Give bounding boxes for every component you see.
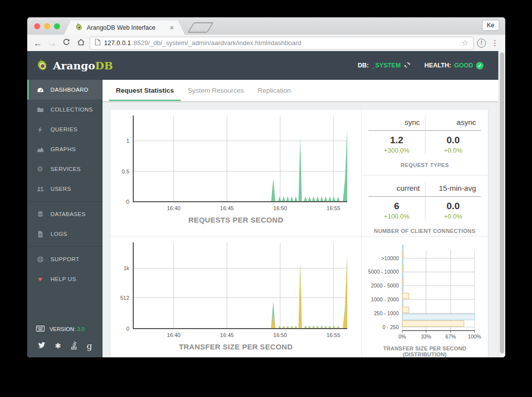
app-header: ArangoDB DB: _SYSTEM HEALTH: GOOD ✓: [27, 51, 505, 80]
db-value: _SYSTEM: [372, 62, 401, 69]
request-types-block: sync async 1.2 +300.0% 0.0 +0.0%: [362, 110, 488, 175]
chart-title: TRANSFER SIZE PER SECOND (DISTRIBUTION): [362, 345, 488, 357]
sidebar-item-label: DATABASES: [51, 211, 86, 217]
transfer-distribution-chart: 0%33%67%100%>100005000 - 100002000 - 500…: [362, 236, 488, 357]
home-icon[interactable]: [75, 38, 86, 48]
stat-caption: REQUEST TYPES: [369, 162, 481, 168]
version-value: 3.0: [77, 326, 85, 332]
url-bar[interactable]: 127.0.0.1:8529/_db/_system/_admin/aardva…: [90, 37, 474, 50]
svg-text:1000 - 2000: 1000 - 2000: [371, 296, 399, 302]
client-connections-block: current 15-min-avg 6 +100.0% 0.0 +0.0%: [362, 175, 488, 236]
svg-text:0: 0: [126, 326, 129, 332]
main-area: Request Statistics System Resources Repl…: [103, 80, 505, 357]
new-tab-button[interactable]: [187, 22, 213, 33]
page-icon: [95, 39, 101, 47]
tab-system-resources[interactable]: System Resources: [181, 80, 251, 101]
chart-title: TRANSFER SIZE PER SECOND: [110, 342, 361, 351]
stat-15-min-avg: 0.0 +0.0%: [425, 197, 481, 220]
transfer-distribution-plot: 0%33%67%100%>100005000 - 100002000 - 500…: [362, 242, 488, 340]
browser-tabstrip: ArangoDB Web Interface × Ke: [27, 17, 505, 35]
bookmark-star-icon[interactable]: ☆: [462, 38, 469, 48]
url-path: :8529/_db/_system/_admin/aardvark/index.…: [132, 39, 301, 47]
stat-delta: +300.0%: [369, 147, 425, 154]
reload-icon[interactable]: [61, 38, 72, 48]
dashboard-panel: 00.5116:4016:4516:5016:55 REQUESTS PER S…: [110, 109, 488, 357]
twitter-icon[interactable]: [38, 342, 46, 350]
svg-text:0%: 0%: [398, 334, 406, 340]
database-icon: [36, 211, 44, 218]
tab-replication[interactable]: Replication: [251, 80, 298, 101]
transfer-size-plot: 05121k16:4016:4516:5016:55: [110, 236, 361, 340]
stat-delta: +0.0%: [426, 213, 481, 220]
refresh-icon[interactable]: [404, 61, 411, 70]
svg-text:16:55: 16:55: [326, 332, 340, 338]
sidebar-item-queries[interactable]: QUERIES: [27, 119, 103, 139]
check-circle-icon: ✓: [476, 62, 483, 69]
svg-text:0.5: 0.5: [122, 169, 129, 174]
version-row: VERSION: 3.0: [27, 326, 103, 333]
version-label: VERSION: 3.0: [50, 326, 85, 332]
svg-text:100%: 100%: [468, 334, 481, 340]
stat-caption: NUMBER OF CLIENT CONNECTIONS: [369, 228, 481, 234]
tab-close-icon[interactable]: ×: [170, 24, 174, 31]
svg-text:16:55: 16:55: [326, 205, 340, 211]
close-window-button[interactable]: [34, 23, 40, 29]
stackoverflow-icon[interactable]: [70, 341, 77, 351]
sidebar-item-services[interactable]: ⚙ SERVICES: [27, 159, 103, 179]
sidebar-item-dashboard[interactable]: DASHBOARD: [27, 80, 103, 100]
stat-header-15-min-avg: 15-min-avg: [425, 181, 481, 197]
svg-text:0: 0: [126, 199, 129, 205]
browser-window: ArangoDB Web Interface × Ke ← → 127.0.0.…: [27, 17, 505, 357]
zoom-window-button[interactable]: [54, 23, 60, 29]
sidebar-item-collections[interactable]: COLLECTIONS: [27, 100, 103, 119]
chart-title: REQUESTS PER SECOND: [110, 216, 361, 224]
url-host: 127.0.0.1: [104, 39, 131, 47]
favicon-avocado-icon: [75, 23, 83, 33]
heart-icon: ♥: [36, 276, 44, 283]
health-label: HEALTH:: [425, 62, 451, 69]
svg-text:16:50: 16:50: [273, 332, 287, 338]
db-selector[interactable]: DB: _SYSTEM: [358, 61, 411, 70]
sidebar-item-label: COLLECTIONS: [51, 107, 93, 113]
sidebar-item-databases[interactable]: DATABASES: [27, 204, 103, 224]
avocado-logo-icon: [35, 58, 49, 73]
extension-icon[interactable]: !: [477, 39, 486, 48]
browser-menu-icon[interactable]: ⋮: [489, 38, 500, 48]
request-stats-panel: sync async 1.2 +300.0% 0.0 +0.0%: [362, 110, 488, 236]
svg-text:0 - 250: 0 - 250: [382, 324, 399, 330]
window-controls: [34, 23, 60, 29]
svg-text:16:45: 16:45: [220, 332, 234, 338]
sidebar-item-label: USERS: [51, 186, 71, 192]
community-gear-icon[interactable]: ✱: [55, 341, 61, 350]
sidebar-item-label: QUERIES: [51, 126, 78, 132]
page-scrollbar: [498, 51, 505, 357]
sidebar-item-label: HELP US: [51, 276, 76, 282]
sidebar-item-support[interactable]: SUPPORT: [27, 249, 103, 269]
stat-delta: +100.0%: [369, 213, 425, 220]
stat-header-current: current: [369, 181, 425, 197]
sidebar-item-graphs[interactable]: GRAPHS: [27, 139, 103, 159]
sidebar-item-help-us[interactable]: ♥ HELP US: [27, 269, 103, 289]
scrollbar-thumb[interactable]: [500, 53, 504, 353]
svg-text:2000 - 5000: 2000 - 5000: [371, 283, 399, 288]
sidebar-item-logs[interactable]: LOGS: [27, 224, 103, 244]
browser-tab[interactable]: ArangoDB Web Interface ×: [64, 20, 185, 35]
stat-current: 6 +100.0%: [369, 197, 425, 220]
sidebar: DASHBOARD COLLECTIONS QUERIES: [27, 80, 103, 357]
stat-header-async: async: [425, 115, 481, 131]
sidebar-item-label: LOGS: [51, 231, 67, 237]
sidebar-item-users[interactable]: USERS: [27, 179, 103, 199]
tab-request-statistics[interactable]: Request Statistics: [109, 80, 181, 101]
svg-text:16:45: 16:45: [220, 205, 234, 211]
stat-header-sync: sync: [369, 115, 425, 131]
browser-toolbar: ← → 127.0.0.1:8529/_db/_system/_admin/aa…: [27, 35, 505, 51]
file-icon: [36, 230, 44, 238]
page-viewport: ArangoDB DB: _SYSTEM HEALTH: GOOD ✓: [27, 51, 505, 357]
profile-button[interactable]: Ke: [482, 20, 499, 31]
sidebar-item-label: GRAPHS: [51, 146, 76, 152]
dashboard-content: 00.5116:4016:4516:5016:55 REQUESTS PER S…: [103, 103, 505, 357]
minimize-window-button[interactable]: [44, 23, 50, 29]
google-icon[interactable]: g: [87, 341, 92, 351]
sidebar-item-label: SERVICES: [51, 166, 81, 172]
back-icon[interactable]: ←: [32, 38, 43, 48]
